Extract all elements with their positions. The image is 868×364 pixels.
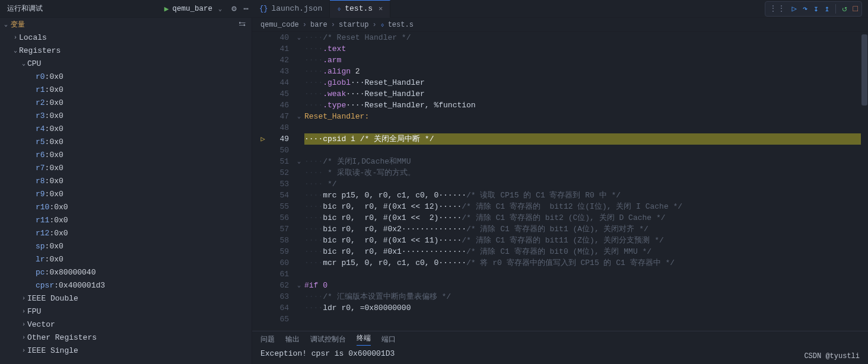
more-icon[interactable]: ⋯: [240, 4, 252, 14]
line-number[interactable]: 59: [274, 246, 289, 257]
editor-tab[interactable]: {}launch.json: [252, 0, 330, 18]
collapse-all-icon[interactable]: ⮀: [239, 20, 246, 29]
line-number[interactable]: 65: [274, 314, 289, 325]
terminal-output[interactable]: Exception! cpsr is 0x600001D3: [252, 347, 868, 364]
variables-group[interactable]: ›IEEE Single: [4, 344, 252, 357]
line-number[interactable]: 42: [274, 55, 289, 66]
fold-gutter[interactable]: [294, 43, 304, 55]
code-line[interactable]: #if 0: [304, 280, 861, 291]
restart-button[interactable]: ↺: [842, 4, 847, 14]
register-row[interactable]: r3: 0x0: [4, 109, 252, 122]
gutter-cell[interactable]: [252, 43, 274, 55]
step-into-button[interactable]: ↧: [813, 4, 818, 14]
step-out-button[interactable]: ↥: [825, 4, 829, 14]
fold-gutter[interactable]: [294, 77, 304, 88]
gutter-cell[interactable]: [252, 269, 274, 280]
code-line[interactable]: ····ldr r0, =0x80000000: [304, 302, 861, 314]
twisty-icon[interactable]: ›: [20, 321, 27, 328]
fold-gutter[interactable]: [294, 302, 304, 314]
line-number[interactable]: 55: [274, 201, 289, 212]
code-line[interactable]: ····mcr p15, 0, r0, c1, c0, 0······/* 将 …: [304, 257, 861, 269]
variables-group[interactable]: ⌄CPU: [4, 57, 252, 70]
line-number[interactable]: 58: [274, 235, 289, 246]
line-number[interactable]: 56: [274, 212, 289, 223]
fold-gutter[interactable]: [294, 223, 304, 235]
gutter-cell[interactable]: [252, 257, 274, 269]
code-line[interactable]: ····.text: [304, 43, 861, 55]
gutter-cell[interactable]: [252, 88, 274, 100]
fold-gutter[interactable]: [294, 190, 304, 201]
line-number[interactable]: 50: [274, 145, 289, 156]
register-row[interactable]: r11: 0x0: [4, 213, 252, 226]
line-number[interactable]: 47: [274, 111, 289, 122]
breadcrumb[interactable]: qemu_code › bare › startup › ⬨ test.s: [252, 18, 868, 32]
fold-gutter[interactable]: [294, 145, 304, 156]
editor-tab[interactable]: ⬨test.s✕: [330, 0, 390, 18]
current-line-glyph-icon[interactable]: [252, 133, 274, 145]
fold-gutter[interactable]: [294, 235, 304, 246]
launch-selector[interactable]: ▶ qemu_bare ⌄: [164, 4, 222, 14]
twisty-icon[interactable]: ›: [20, 347, 27, 354]
play-icon[interactable]: ▶: [164, 4, 169, 14]
fold-gutter[interactable]: ⌄: [294, 156, 304, 167]
line-number[interactable]: 45: [274, 88, 289, 100]
line-number[interactable]: 60: [274, 257, 289, 269]
gutter-cell[interactable]: [252, 111, 274, 122]
register-row[interactable]: r7: 0x0: [4, 161, 252, 174]
line-number[interactable]: 41: [274, 43, 289, 55]
close-icon[interactable]: ✕: [376, 4, 383, 13]
line-number[interactable]: 64: [274, 302, 289, 314]
panel-tab[interactable]: 输出: [285, 334, 300, 344]
gutter-cell[interactable]: [252, 201, 274, 212]
code-line[interactable]: ····/* 汇编版本设置中断向量表偏移 */: [304, 291, 861, 302]
fold-gutter[interactable]: [294, 100, 304, 111]
code-line[interactable]: ····/* Reset Handler */: [304, 32, 861, 43]
code-line[interactable]: ····bic r0, r0, #(0x1 << 2)·····/* 清除 C1…: [304, 212, 861, 223]
gutter-cell[interactable]: [252, 223, 274, 235]
line-number[interactable]: 61: [274, 269, 289, 280]
panel-tab[interactable]: 端口: [381, 334, 396, 344]
fold-gutter[interactable]: [294, 257, 304, 269]
panel-tab[interactable]: 终端: [357, 333, 371, 346]
stop-button[interactable]: □: [853, 4, 858, 14]
variables-group[interactable]: ›Vector: [4, 318, 252, 331]
register-row[interactable]: r1: 0x0: [4, 83, 252, 96]
variables-section[interactable]: ⌄Registers: [4, 44, 252, 57]
fold-gutter[interactable]: [294, 314, 304, 325]
fold-gutter[interactable]: [294, 133, 304, 145]
gutter-cell[interactable]: [252, 235, 274, 246]
register-row[interactable]: r8: 0x0: [4, 174, 252, 187]
continue-button[interactable]: ▷: [791, 4, 796, 14]
gutter-cell[interactable]: [252, 190, 274, 201]
gutter-cell[interactable]: [252, 77, 274, 88]
register-row[interactable]: r5: 0x0: [4, 135, 252, 148]
gutter-cell[interactable]: [252, 156, 274, 167]
gutter-cell[interactable]: [252, 55, 274, 66]
code-line[interactable]: ····/* 关闭I,DCache和MMU: [304, 156, 861, 167]
variables-group[interactable]: ›FPU: [4, 305, 252, 318]
fold-gutter[interactable]: [294, 122, 304, 133]
code-line[interactable]: ····.globl···Reset_Handler: [304, 77, 861, 88]
register-row[interactable]: r9: 0x0: [4, 187, 252, 200]
code-line[interactable]: ····bic r0, r0, #0x2··············/* 清除 …: [304, 223, 861, 235]
line-number[interactable]: 49: [274, 133, 289, 145]
code-line[interactable]: ····.weak····Reset_Handler: [304, 88, 861, 100]
fold-gutter[interactable]: [294, 201, 304, 212]
breadcrumb-file[interactable]: test.s: [388, 21, 414, 29]
fold-gutter[interactable]: [294, 88, 304, 100]
variables-group[interactable]: ›IEEE Double: [4, 292, 252, 305]
code-line[interactable]: ····.align 2: [304, 66, 861, 77]
variables-header[interactable]: ⌄ 变量 ⮀: [0, 18, 252, 31]
gutter-cell[interactable]: [252, 100, 274, 111]
register-row[interactable]: r12: 0x0: [4, 226, 252, 240]
fold-gutter[interactable]: [294, 167, 304, 178]
gutter-cell[interactable]: [252, 246, 274, 257]
register-row[interactable]: pc: 0x80000040: [4, 266, 252, 279]
fold-gutter[interactable]: ⌄: [294, 111, 304, 122]
line-number[interactable]: 44: [274, 77, 289, 88]
code-line[interactable]: ····bic r0, r0, #0x1··············/* 清除 …: [304, 246, 861, 257]
gutter-cell[interactable]: [252, 212, 274, 223]
gutter-cell[interactable]: [252, 280, 274, 291]
line-number[interactable]: 57: [274, 223, 289, 235]
fold-gutter[interactable]: [294, 269, 304, 280]
